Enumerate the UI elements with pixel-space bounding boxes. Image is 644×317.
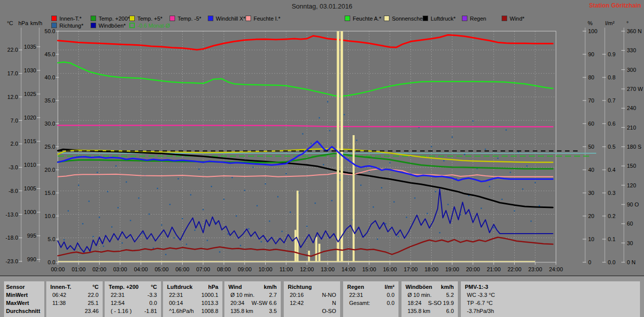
axis-tick-label: -23.0 [6,258,18,264]
direction-dot [323,164,324,165]
axis-tick-label: 180 S [627,144,641,150]
direction-dot [130,220,131,221]
axis-tick-label: 15.0 [45,190,55,196]
axis-tick-label: 50.0 [45,28,55,34]
direction-dot [397,236,398,237]
direction-dot [165,254,166,255]
direction-dot [373,206,374,207]
direction-dot [360,184,361,185]
axis-tick-label: 1005 [24,185,36,191]
axis-tick-label: 1030 [24,67,36,73]
direction-dot [377,239,378,240]
direction-dot [227,234,228,235]
x-axis-label: 19:00 [445,266,459,272]
direction-dot [356,140,357,141]
table-cell-value: 25.1 [88,299,99,307]
direction-dot [406,217,407,218]
axis-tick-label: 60 [627,221,633,227]
table-column-title: Windböen [406,283,432,291]
direction-dot [122,242,123,243]
table-cell-value: 3.5 [269,307,277,315]
axis-tick-label: 17.0 [8,70,18,76]
table-cell-time: ^1.6hPa/h [169,307,194,315]
table-column-innen-t: Innen-T.°C06:4222.011:3825.123.46 [46,281,103,317]
table-column-unit: hPa [208,283,218,291]
direction-dot [265,183,266,184]
axis-tick-label: 5.0 [48,236,55,242]
table-cell-value: 0.0 [387,299,394,307]
x-axis-label: 24:00 [549,266,563,272]
axis-tick-label: 22.0 [8,47,18,53]
direction-dot [385,223,386,224]
axis-tick-label: 12.0 [8,94,18,100]
table-column-unit: l/m² [384,283,394,291]
direction-dot [236,216,237,217]
direction-dot [331,200,332,201]
direction-dot [93,236,94,237]
table-cell-value: S-SO 19.9 [428,299,454,307]
axis-tick-label: 1000 [24,209,36,215]
weather-station-app: Sonntag, 03.01.2016 Station Göritzhain I… [0,0,644,317]
axis-tick-label: 0.5 [608,144,615,150]
axis-tick-label: 20.0 [45,167,55,173]
direction-dot [99,217,100,218]
axis-unit-label: hPa [18,20,28,26]
x-axis-label: 18:00 [425,266,439,272]
x-axis-label: 07:00 [196,266,210,272]
table-cell-time: 135.8 km [230,307,253,315]
direction-dot [427,213,428,214]
direction-dot [223,199,224,200]
table-column-title: Wind [228,283,242,291]
table-cell-value: 23.46 [85,307,99,315]
direction-dot [244,190,245,191]
x-axis-label: 04:00 [134,266,148,272]
axis-tick-label: 0 [588,259,591,265]
table-cell-time: 06:42 [52,291,66,299]
table-column-unit: km/h [264,283,277,291]
axis-tick-label: 100 [588,28,597,34]
table-cell-time: Ø 10 min. [230,291,255,299]
direction-dot [489,186,490,187]
table-cell-value: 6.0 [446,307,454,315]
direction-dot [310,143,311,144]
table-column-unit: km/h [441,283,454,291]
direction-dot [240,245,241,246]
axis-tick-label: 0.3 [608,190,615,196]
direction-dot [506,130,507,131]
direction-dot [194,230,195,231]
axis-tick-label: 120 [627,182,636,188]
direction-dot [539,205,540,206]
table-column-wind: Windkm/hØ 10 min.2.720:34W-SW 6.6135.8 k… [224,281,281,317]
table-cell-value: 22.0 [88,291,99,299]
table-row-label: MinWert [6,291,28,299]
axis-tick-label: 1015 [24,138,36,144]
x-axis-label: 23:00 [528,266,542,272]
x-axis-label: 00:00 [51,266,65,272]
direction-dot [115,165,116,166]
x-axis-label: 01:00 [71,266,86,272]
table-column-title: Regen [347,283,364,291]
x-axis-label: 14:00 [342,266,356,272]
direction-dot [207,240,208,241]
axis-tick-label: 80 [588,74,594,80]
table-cell-value: 1000.1 [201,291,218,299]
axis-tick-label: -18.0 [6,235,18,241]
axis-tick-label: 0.0 [48,259,55,265]
direction-dot [447,204,448,205]
table-cell-value: 0.0 [149,299,157,307]
direction-dot [277,196,278,197]
axis-tick-label: 330 [627,47,636,53]
direction-dot [211,186,212,187]
direction-dot [219,251,220,252]
table-cell-time: 12:54 [111,299,125,307]
table-column-windb-en: Windböenkm/hØ 10 min.5.218:24S-SO 19.913… [401,281,458,317]
axis-tick-label: 240 [627,105,636,111]
axis-tick-label: 35.0 [45,97,55,103]
direction-dot [67,210,68,212]
table-cell-value: N [332,299,336,307]
axis-tick-label: 45.0 [45,51,55,57]
axis-unit-label: % [588,20,593,26]
table-column-title: Richtung [288,283,312,291]
direction-dot [261,241,262,242]
direction-dot [111,227,112,228]
